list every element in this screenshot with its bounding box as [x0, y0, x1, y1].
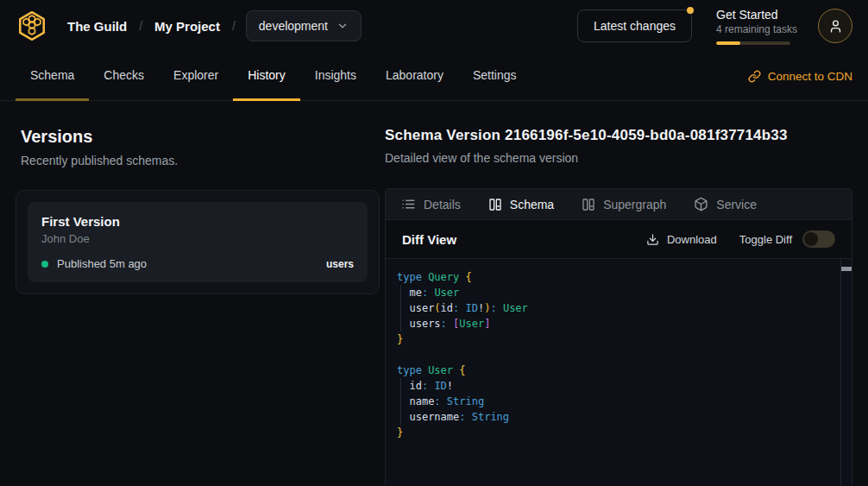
code-line: }: [397, 331, 831, 347]
get-started-widget[interactable]: Get Started 4 remaining tasks: [716, 8, 790, 45]
chevron-down-icon: [337, 20, 349, 32]
list-icon: [401, 197, 416, 211]
latest-changes-button[interactable]: Latest changes: [577, 9, 692, 42]
code-line: me: User: [397, 285, 831, 300]
nav-tab-laboratory[interactable]: Laboratory: [371, 52, 458, 101]
version-list-item[interactable]: First Version John Doe Published 5m ago …: [28, 202, 368, 282]
version-detail-panel: Schema Version 2166196f-5e10-4059-bd0a-0…: [385, 127, 852, 486]
code-line: username: String: [397, 409, 831, 425]
detail-tab-supergraph[interactable]: Supergraph: [582, 198, 666, 211]
columns-icon: [582, 198, 595, 211]
code-line: type User {: [397, 363, 831, 378]
diff-toolbar: Diff View Download Toggle Diff: [386, 219, 852, 258]
get-started-progress-fill: [716, 41, 740, 45]
versions-list: First Version John Doe Published 5m ago …: [16, 190, 380, 294]
main-nav: Schema Checks Explorer History Insights …: [0, 52, 868, 101]
breadcrumb-org[interactable]: The Guild: [59, 14, 135, 39]
target-selector[interactable]: development: [246, 10, 362, 41]
target-selector-value: development: [259, 19, 328, 33]
indent-guide: [400, 300, 401, 316]
schema-code-viewer[interactable]: type Query { me: User user(id: ID!): Use…: [386, 258, 852, 486]
breadcrumb-separator: /: [139, 19, 142, 33]
person-icon: [828, 19, 843, 34]
diff-view-title: Diff View: [402, 232, 456, 247]
code-scrollbar-thumb[interactable]: [841, 267, 852, 271]
notification-dot: [687, 7, 694, 14]
detail-tab-details[interactable]: Details: [401, 197, 461, 211]
code-block: type Query { me: User user(id: ID!): Use…: [386, 259, 852, 451]
detail-tab-label: Supergraph: [603, 198, 666, 211]
version-detail-subtitle: Detailed view of the schema version: [385, 151, 852, 165]
detail-tab-label: Schema: [510, 198, 554, 211]
toggle-diff-label: Toggle Diff: [739, 233, 792, 246]
indent-guide: [400, 378, 401, 394]
code-line: id: ID!: [397, 378, 831, 394]
get-started-progressbar: [716, 41, 790, 45]
app-header: The Guild / My Project / development Lat…: [0, 0, 868, 52]
box-icon: [694, 197, 708, 211]
versions-subtitle: Recently published schemas.: [21, 154, 385, 167]
indent-guide: [400, 285, 401, 300]
code-line: user(id: ID!): User: [397, 300, 831, 316]
indent-guide: [400, 394, 401, 409]
nav-tab-checks[interactable]: Checks: [89, 52, 159, 101]
columns-icon: [488, 198, 502, 211]
versions-panel: Versions Recently published schemas. Fir…: [0, 127, 385, 486]
toggle-diff-switch[interactable]: [802, 230, 835, 248]
nav-tab-schema[interactable]: Schema: [16, 52, 89, 101]
get-started-subtitle: 4 remaining tasks: [716, 23, 790, 35]
code-scrollbar[interactable]: [840, 259, 852, 486]
detail-tab-label: Service: [716, 198, 757, 211]
nav-tab-settings[interactable]: Settings: [458, 52, 531, 101]
detail-tab-label: Details: [424, 198, 461, 211]
indent-guide: [400, 409, 401, 425]
detail-tab-schema[interactable]: Schema: [488, 198, 554, 211]
indent-guide: [400, 316, 401, 331]
code-line: name: String: [397, 394, 831, 409]
service-badge: users: [326, 258, 354, 270]
hive-logo-icon[interactable]: [16, 9, 48, 42]
download-button[interactable]: Download: [646, 233, 717, 246]
version-status: Published 5m ago: [57, 257, 147, 270]
main-content: Versions Recently published schemas. Fir…: [0, 101, 868, 486]
toggle-knob: [804, 232, 818, 246]
nav-tab-explorer[interactable]: Explorer: [159, 52, 233, 101]
code-line: users: [User]: [397, 316, 831, 331]
get-started-title: Get Started: [716, 8, 790, 22]
user-avatar-button[interactable]: [818, 9, 852, 43]
breadcrumb-project[interactable]: My Project: [146, 14, 229, 39]
version-name: First Version: [41, 214, 354, 229]
nav-tab-history[interactable]: History: [233, 52, 300, 101]
nav-tab-insights[interactable]: Insights: [300, 52, 371, 101]
version-detail-title: Schema Version 2166196f-5e10-4059-bd0a-0…: [385, 127, 852, 144]
versions-title: Versions: [21, 127, 385, 147]
download-label: Download: [667, 233, 717, 246]
latest-changes-label: Latest changes: [594, 19, 676, 33]
code-line: }: [397, 425, 831, 440]
breadcrumb-separator: /: [232, 19, 236, 33]
connect-to-cdn-link[interactable]: Connect to CDN: [748, 52, 852, 100]
detail-tab-service[interactable]: Service: [694, 197, 757, 211]
version-author: John Doe: [41, 232, 354, 245]
code-line: [397, 347, 831, 363]
code-line: type Query {: [397, 269, 831, 285]
detail-tabstrip: Details Schema Supergraph: [386, 189, 852, 219]
download-icon: [646, 233, 659, 246]
link-icon: [748, 70, 761, 83]
connect-to-cdn-label: Connect to CDN: [768, 70, 852, 83]
published-status-dot: [41, 261, 48, 268]
schema-view-panel: Details Schema Supergraph: [385, 188, 852, 486]
